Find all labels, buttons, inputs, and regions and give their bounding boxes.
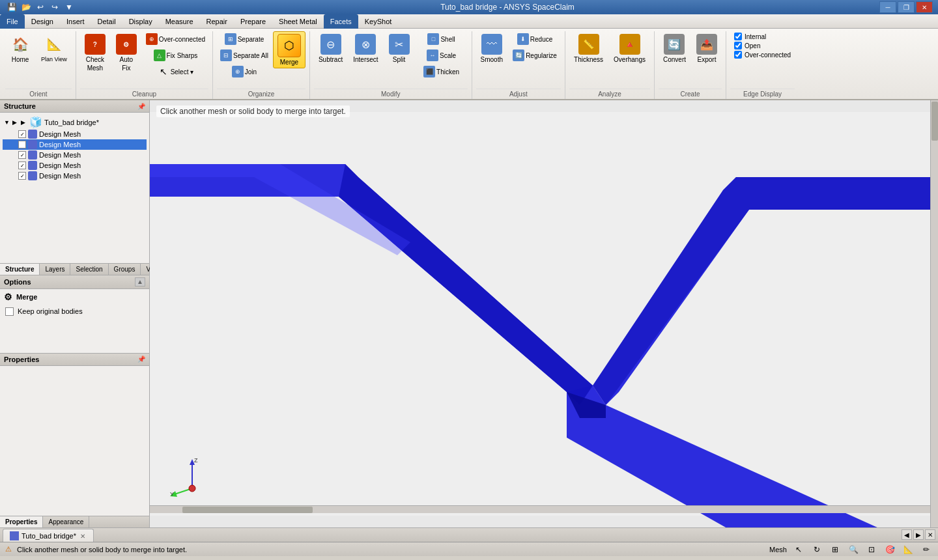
tab-selection[interactable]: Selection	[70, 264, 108, 275]
dropdown-button[interactable]: ▼	[63, 1, 76, 14]
planview-button[interactable]: 📐 Plan View	[36, 31, 72, 65]
tree-expand-root[interactable]: ▼	[4, 119, 10, 126]
checkbox-4[interactable]: ✓	[18, 161, 26, 169]
checkbox-5[interactable]: ✓	[18, 172, 26, 180]
checkbox-1[interactable]: ✓	[18, 130, 26, 138]
menu-repair[interactable]: Repair	[200, 14, 234, 29]
status-snap-icon[interactable]: 🎯	[883, 544, 896, 555]
status-zoom-icon[interactable]: 🔍	[847, 544, 860, 555]
smooth-button[interactable]: 〰 Smooth	[476, 31, 507, 66]
scrollbar-thumb-v[interactable]	[931, 102, 938, 141]
status-cursor-icon[interactable]: ↖	[792, 544, 805, 555]
tree-item-5[interactable]: ✓ Design Mesh	[3, 171, 147, 181]
menu-measure[interactable]: Measure	[159, 14, 200, 29]
internal-checkbox[interactable]	[734, 33, 742, 40]
split-button[interactable]: ✂ Split	[384, 31, 414, 66]
tree-item-4[interactable]: ✓ Design Mesh	[3, 160, 147, 171]
document-tab[interactable]: Tuto_bad bridge* ✕	[3, 529, 94, 542]
internal-checkbox-row[interactable]: Internal	[734, 33, 766, 40]
intersect-button[interactable]: ⊗ Intersect	[348, 31, 382, 66]
fix-sharps-button[interactable]: △ Fix Sharps	[143, 48, 208, 63]
close-button[interactable]: ✕	[916, 1, 933, 13]
scale-button[interactable]: ↔ Scale	[416, 48, 468, 63]
keep-original-row[interactable]: Keep original bodies	[0, 305, 149, 318]
ribbon-group-organize: ⊞ Separate ⊟ Separate All ⊕ Join ⬡ Merge	[214, 31, 310, 99]
export-button[interactable]: 📤 Export	[692, 31, 722, 66]
reduce-label: Reduce	[530, 36, 552, 43]
undo-button[interactable]: ↩	[34, 1, 47, 14]
open-checkbox[interactable]	[734, 42, 742, 49]
home-button[interactable]: 🏠 Home	[5, 31, 35, 66]
status-fit-icon[interactable]: ⊡	[865, 544, 878, 555]
structure-pin-button[interactable]: 📌	[137, 103, 145, 110]
svg-point-7	[189, 485, 195, 492]
status-select-icon[interactable]: ⊞	[829, 544, 842, 555]
menu-facets[interactable]: Facets	[324, 14, 358, 29]
menu-prepare[interactable]: Prepare	[234, 14, 272, 29]
redo-button[interactable]: ↪	[48, 1, 61, 14]
tab-appearance[interactable]: Appearance	[43, 516, 89, 527]
tab-groups[interactable]: Groups	[109, 264, 141, 275]
select-button[interactable]: ↖ Select ▾	[143, 64, 208, 79]
tab-close-window[interactable]: ✕	[925, 529, 935, 540]
separate-button[interactable]: ⊞ Separate	[217, 31, 272, 47]
menu-insert[interactable]: Insert	[60, 14, 91, 29]
tree-item-3[interactable]: ✓ Design Mesh	[3, 150, 147, 160]
over-connected-edge-checkbox[interactable]	[734, 51, 742, 59]
vertical-scrollbar[interactable]	[930, 100, 938, 527]
menu-design[interactable]: Design	[25, 14, 60, 29]
check-mesh-button[interactable]: ? Check Mesh	[80, 31, 110, 74]
regularize-label: Regularize	[526, 52, 557, 59]
menubar: File Design Insert Detail Display Measur…	[0, 14, 938, 29]
tab-structure[interactable]: Structure	[0, 264, 40, 275]
separate-all-button[interactable]: ⊟ Separate All	[217, 48, 272, 63]
menu-keyshot[interactable]: KeyShot	[358, 14, 399, 29]
tree-item-2[interactable]: ✓ Design Mesh	[3, 139, 147, 150]
minimize-button[interactable]: ─	[879, 1, 896, 13]
over-connected-button[interactable]: ⊕ Over-connected	[143, 31, 208, 47]
thicken-button[interactable]: ⬛ Thicken	[416, 64, 468, 79]
subtract-button[interactable]: ⊖ Subtract	[314, 31, 347, 66]
status-edit-icon[interactable]: ✏	[920, 544, 933, 555]
properties-pin-button[interactable]: 📌	[137, 356, 145, 363]
merge-button[interactable]: ⬡ Merge	[273, 31, 306, 68]
save-button[interactable]: 💾	[5, 1, 18, 14]
keep-original-label: Keep original bodies	[18, 307, 83, 315]
overhangs-button[interactable]: 🔺 Overhangs	[609, 31, 650, 66]
menu-file[interactable]: File	[0, 14, 25, 29]
tree-expand-root3[interactable]: ▶	[21, 119, 27, 126]
tree-expand-root2[interactable]: ▶	[12, 119, 19, 126]
tab-close-button[interactable]: ✕	[79, 532, 87, 540]
tab-right-arrow[interactable]: ▶	[913, 529, 924, 540]
restore-button[interactable]: ❐	[898, 1, 915, 13]
regularize-button[interactable]: 🔄 Regularize	[509, 48, 561, 63]
options-collapse-button[interactable]: ▲	[135, 277, 145, 287]
over-connected-checkbox-row[interactable]: Over-connected	[734, 51, 791, 59]
shell-button[interactable]: □ Shell	[416, 31, 468, 47]
checkbox-3[interactable]: ✓	[18, 151, 26, 159]
auto-fix-button[interactable]: ⚙ Auto Fix	[111, 31, 141, 74]
status-measure-icon[interactable]: 📐	[902, 544, 915, 555]
open-checkbox-row[interactable]: Open	[734, 42, 760, 49]
viewport[interactable]: Click another mesh or solid body to merg…	[150, 100, 938, 527]
convert-button[interactable]: 🔄 Convert	[659, 31, 690, 66]
tab-properties[interactable]: Properties	[0, 516, 43, 527]
menu-sheetmetal[interactable]: Sheet Metal	[272, 14, 324, 29]
tab-layers[interactable]: Layers	[40, 264, 70, 275]
horizontal-scrollbar[interactable]	[150, 505, 930, 513]
menu-display[interactable]: Display	[122, 14, 159, 29]
menu-detail[interactable]: Detail	[91, 14, 122, 29]
status-rotate-icon[interactable]: ↻	[810, 544, 823, 555]
checkbox-2[interactable]: ✓	[18, 141, 26, 148]
thickness-button[interactable]: 📏 Thickness	[569, 31, 608, 66]
tree-root[interactable]: ▼ ▶ ▶ 🧊 Tuto_bad bridge*	[3, 115, 147, 129]
scrollbar-thumb-h[interactable]	[182, 507, 313, 513]
mesh-label: Mesh	[769, 546, 787, 553]
tab-left-arrow[interactable]: ◀	[902, 529, 912, 540]
merge-label: Merge	[280, 59, 298, 66]
tree-item-1[interactable]: ✓ Design Mesh	[3, 129, 147, 139]
join-button[interactable]: ⊕ Join	[217, 64, 272, 79]
open-button[interactable]: 📂	[20, 1, 33, 14]
reduce-button[interactable]: ⬇ Reduce	[509, 31, 561, 47]
keep-original-checkbox[interactable]	[5, 307, 14, 316]
